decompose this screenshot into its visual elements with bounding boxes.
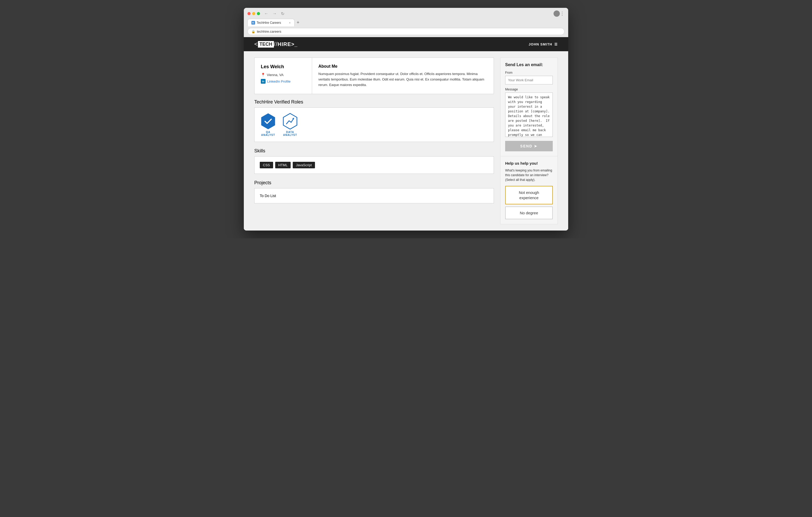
projects-section: Projects To Do List <box>254 180 494 203</box>
tab-close-button[interactable]: × <box>289 21 291 24</box>
qa-hexagon <box>260 113 277 130</box>
message-textarea[interactable]: We would like to speak with you regardin… <box>505 93 553 137</box>
header-user-menu[interactable]: JOHN SMITH ☰ <box>529 42 558 46</box>
linkedin-icon: in <box>261 79 265 84</box>
from-label: From <box>505 71 553 74</box>
user-avatar <box>554 10 560 17</box>
location-icon: 📍 <box>261 73 265 77</box>
candidate-name: Les Welch <box>261 64 306 69</box>
skill-javascript: JavaScript <box>293 162 315 168</box>
email-panel: Send Les an email: From Message We would… <box>500 58 558 156</box>
logo-cursor: >_ <box>291 41 298 47</box>
logo: < TECH // HIRE >_ <box>254 41 298 48</box>
address-bar-row: 🔒 techhire.careers <box>244 26 568 37</box>
active-tab[interactable]: K TechHire Careers × <box>248 19 295 26</box>
data-analyst-label: DATAANALYST <box>283 131 297 136</box>
browser-menu-button[interactable]: ⋮ <box>560 11 564 17</box>
address-bar[interactable]: 🔒 techhire.careers <box>248 28 564 35</box>
message-label: Message <box>505 88 553 91</box>
logo-hire: HIRE <box>278 41 291 47</box>
qa-analyst-label: QAANALYST <box>261 131 275 136</box>
send-icon: ➤ <box>534 144 538 148</box>
qa-analyst-badge: QAANALYST <box>260 113 277 136</box>
skill-css: CSS <box>260 162 273 168</box>
profile-card: Les Welch 📍 Vienna, VA in LinkedIn Profi… <box>254 58 494 94</box>
project-item: To Do List <box>260 194 488 198</box>
candidate-location: 📍 Vienna, VA <box>261 73 306 77</box>
secure-icon: 🔒 <box>252 30 255 33</box>
browser-window: ← → ↻ ⋮ K TechHire Careers × + 🔒 techhir… <box>244 8 568 231</box>
back-button[interactable]: ← <box>263 11 269 17</box>
skills-section: Skills CSS HTML JavaScript <box>254 148 494 174</box>
no-degree-button[interactable]: No degree <box>505 207 553 219</box>
roles-container: QAANALYST <box>260 113 488 136</box>
projects-card: To Do List <box>254 188 494 203</box>
header-username: JOHN SMITH <box>529 42 552 46</box>
about-title: About Me <box>318 64 487 69</box>
from-email-input[interactable] <box>505 76 553 84</box>
skill-html: HTML <box>275 162 291 168</box>
help-panel: Help us help you! What's keeping you fro… <box>500 156 558 224</box>
linkedin-link[interactable]: LinkedIn Profile <box>267 80 291 83</box>
close-traffic-light[interactable] <box>248 12 251 15</box>
maximize-traffic-light[interactable] <box>257 12 260 15</box>
forward-button[interactable]: → <box>271 11 278 17</box>
help-title: Help us help you! <box>505 161 553 165</box>
data-hexagon <box>282 113 298 130</box>
tab-favicon: K <box>252 21 255 25</box>
verified-roles-title: TechHire Verified Roles <box>254 99 494 105</box>
address-text: techhire.careers <box>257 30 281 33</box>
profile-right: About Me Numquam possimus fugiat. Provid… <box>312 58 494 94</box>
data-analyst-badge: DATAANALYST <box>282 113 298 136</box>
projects-title: Projects <box>254 180 494 186</box>
header-menu-icon: ☰ <box>554 42 558 46</box>
skills-title: Skills <box>254 148 494 154</box>
minimize-traffic-light[interactable] <box>252 12 255 15</box>
svg-marker-0 <box>261 114 275 129</box>
skills-container: CSS HTML JavaScript <box>260 162 488 168</box>
skills-card: CSS HTML JavaScript <box>254 156 494 174</box>
app-header: < TECH // HIRE >_ JOHN SMITH ☰ <box>244 37 568 51</box>
not-enough-experience-button[interactable]: Not enoughexperience <box>505 186 553 204</box>
profile-left: Les Welch 📍 Vienna, VA in LinkedIn Profi… <box>255 58 312 94</box>
main-layout: Les Welch 📍 Vienna, VA in LinkedIn Profi… <box>244 51 568 231</box>
browser-nav: ← → ↻ <box>263 11 554 17</box>
new-tab-button[interactable]: + <box>295 19 301 26</box>
tab-title: TechHire Careers <box>257 21 281 25</box>
browser-titlebar: ← → ↻ ⋮ K TechHire Careers × + <box>244 8 568 26</box>
about-text: Numquam possimus fugiat. Provident conse… <box>318 71 487 88</box>
verified-roles-section: TechHire Verified Roles <box>254 99 494 142</box>
logo-slash: // <box>274 41 278 48</box>
send-button[interactable]: SEND ➤ <box>505 141 553 151</box>
logo-bracket-open: < <box>254 41 258 48</box>
location-text: Vienna, VA <box>267 73 284 77</box>
refresh-button[interactable]: ↻ <box>280 11 285 17</box>
tabs-row: K TechHire Careers × + <box>248 19 564 26</box>
linkedin-row: in LinkedIn Profile <box>261 79 306 84</box>
help-text: What's keeping you from emailing this ca… <box>505 168 553 182</box>
email-panel-title: Send Les an email: <box>505 62 553 67</box>
profile-section: Les Welch 📍 Vienna, VA in LinkedIn Profi… <box>254 58 494 224</box>
app-content: < TECH // HIRE >_ JOHN SMITH ☰ Les Welch <box>244 37 568 231</box>
browser-controls: ← → ↻ ⋮ <box>248 10 564 17</box>
send-label: SEND <box>520 144 532 148</box>
traffic-lights <box>248 12 260 15</box>
verified-roles-card: QAANALYST <box>254 108 494 142</box>
sidebar: Send Les an email: From Message We would… <box>500 58 558 224</box>
logo-tech: TECH <box>258 41 274 48</box>
